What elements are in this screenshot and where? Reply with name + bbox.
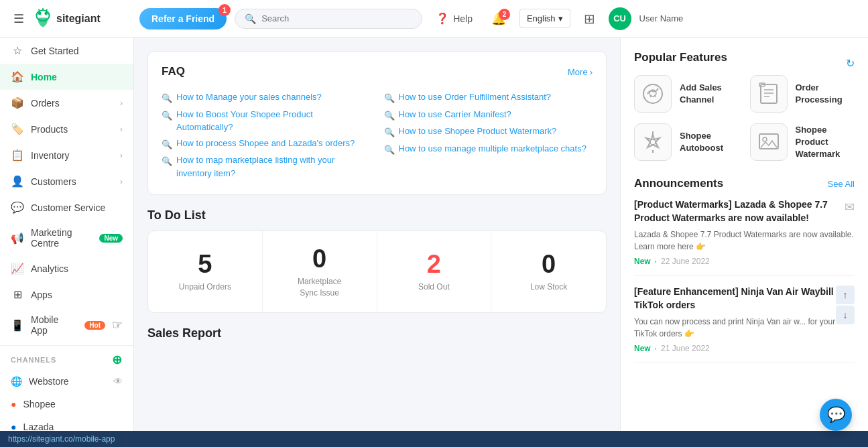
- ann-date: 21 June 2022: [661, 344, 710, 353]
- search-icon: 🔍: [384, 143, 395, 157]
- sidebar-item-shopee[interactable]: ● Shopee: [0, 393, 133, 416]
- feature-shopee-watermark[interactable]: ShopeeProductWatermark: [750, 123, 855, 161]
- svg-point-2: [44, 11, 48, 15]
- announcement-item: [Product Watermarks] Lazada & Shopee 7.7…: [634, 198, 855, 276]
- scroll-up-button[interactable]: ↑: [836, 285, 855, 304]
- sidebar-item-analytics[interactable]: 📈 Analytics: [0, 255, 133, 281]
- mouse-cursor-icon: ☞: [112, 318, 123, 332]
- marketing-icon: 📢: [11, 232, 24, 245]
- todo-unpaid-orders[interactable]: 5 Unpaid Orders: [148, 231, 263, 312]
- svg-rect-8: [761, 84, 777, 103]
- todo-label: MarketplaceSync Issue: [298, 276, 341, 299]
- todo-sold-out[interactable]: 2 Sold Out: [377, 231, 492, 312]
- channels-label: CHANNELS ⊕: [0, 346, 133, 370]
- add-channel-icon[interactable]: ⊕: [112, 353, 123, 367]
- refresh-icon[interactable]: ↻: [846, 57, 855, 70]
- sidebar-item-customer-service[interactable]: 💬 Customer Service: [0, 194, 133, 220]
- todo-number: 2: [427, 250, 441, 279]
- home-icon: 🏠: [11, 70, 24, 83]
- scroll-down-button[interactable]: ↓: [836, 306, 855, 324]
- faq-item[interactable]: 🔍 How to map marketplace listing with yo…: [162, 152, 371, 181]
- feature-label: ShopeeProductWatermark: [796, 124, 841, 161]
- chevron-icon: ›: [120, 125, 123, 134]
- customers-icon: 👤: [11, 175, 24, 188]
- user-name[interactable]: User Name: [639, 13, 684, 23]
- autoboost-svg: [639, 129, 666, 155]
- todo-grid: 5 Unpaid Orders 0 MarketplaceSync Issue …: [147, 231, 607, 313]
- todo-label: Unpaid Orders: [179, 281, 231, 293]
- faq-item[interactable]: 🔍 How to use Carrier Manifest?: [384, 107, 593, 124]
- todo-number: 5: [198, 250, 212, 279]
- help-icon: ❓: [436, 12, 449, 25]
- tooltip-bar: https://sitegiant.co/mobile-app: [0, 431, 868, 447]
- faq-item[interactable]: 🔍 How to process Shopee and Lazada's ord…: [162, 135, 371, 153]
- svg-point-6: [643, 84, 662, 103]
- eye-icon[interactable]: 👁: [113, 376, 123, 387]
- search-icon: 🔍: [384, 126, 395, 139]
- chat-button[interactable]: 💬: [820, 399, 852, 431]
- hamburger-button[interactable]: ☰: [11, 9, 27, 29]
- faq-item[interactable]: 🔍 How to use Shopee Product Watermark?: [384, 123, 593, 141]
- sidebar-item-webstore[interactable]: 🌐 Webstore 👁: [0, 370, 133, 393]
- faq-item[interactable]: 🔍 How to Manage your sales channels?: [162, 89, 371, 107]
- search-icon: 🔍: [162, 138, 172, 151]
- feature-add-sales-channel[interactable]: Add SalesChannel: [634, 75, 739, 113]
- arrow-right-icon: ›: [590, 67, 593, 77]
- sidebar-item-customers[interactable]: 👤 Customers ›: [0, 168, 133, 194]
- notifications-button[interactable]: 🔔 2: [486, 11, 511, 26]
- sidebar-item-get-started[interactable]: ☆ Get Started: [0, 38, 133, 64]
- sidebar-item-home[interactable]: 🏠 Home: [0, 64, 133, 90]
- sidebar-item-orders[interactable]: 📦 Orders ›: [0, 90, 133, 116]
- scroll-controls: ↑ ↓: [836, 285, 855, 324]
- svg-point-13: [650, 139, 656, 145]
- sidebar-item-products[interactable]: 🏷️ Products ›: [0, 116, 133, 142]
- order-processing-svg: [755, 80, 782, 107]
- popular-features-title: Popular Features: [634, 51, 727, 64]
- ann-title: [Product Watermarks] Lazada & Shopee 7.7…: [634, 198, 855, 225]
- sidebar-item-apps[interactable]: ⊞ Apps: [0, 281, 133, 308]
- search-icon: 🔍: [384, 109, 395, 123]
- faq-more-link[interactable]: More ›: [568, 67, 593, 77]
- features-header: Popular Features ↻: [634, 51, 855, 75]
- faq-item[interactable]: 🔍 How to use manage multiple marketplace…: [384, 141, 593, 158]
- faq-header: FAQ More ›: [162, 65, 593, 78]
- todo-number: 0: [312, 245, 326, 273]
- announcement-item: [Feature Enhancement] Ninja Van Air Wayb…: [634, 285, 855, 363]
- faq-grid: 🔍 How to Manage your sales channels? 🔍 H…: [162, 89, 593, 181]
- feature-order-processing[interactable]: OrderProcessing: [750, 75, 855, 113]
- help-button[interactable]: ❓ Help: [430, 12, 478, 25]
- svg-rect-16: [759, 134, 778, 149]
- search-icon: 🔍: [162, 92, 172, 105]
- todo-marketplace-sync[interactable]: 0 MarketplaceSync Issue: [263, 231, 377, 312]
- shopee-watermark-icon: [750, 123, 788, 161]
- sidebar: ☆ Get Started 🏠 Home 📦 Orders › 🏷️ Produ…: [0, 38, 134, 431]
- chevron-down-icon: ▾: [558, 13, 563, 23]
- todo-low-stock[interactable]: 0 Low Stock: [491, 231, 606, 312]
- logo-icon: [32, 8, 54, 29]
- customer-service-icon: 💬: [11, 201, 24, 214]
- faq-item[interactable]: 🔍 How to use Order Fulfillment Assistant…: [384, 89, 593, 107]
- refer-friend-button[interactable]: Refer a Friend 1: [139, 8, 227, 29]
- mobile-icon: 📱: [11, 319, 24, 332]
- feature-shopee-autoboost[interactable]: ShopeeAutoboost: [634, 123, 739, 161]
- see-all-link[interactable]: See All: [828, 179, 855, 189]
- sidebar-item-mobile-app[interactable]: 📱 Mobile App Hot ☞: [0, 308, 133, 342]
- sidebar-item-inventory[interactable]: 📋 Inventory ›: [0, 142, 133, 168]
- search-icon: 🔍: [162, 109, 172, 123]
- sidebar-item-lazada[interactable]: ● Lazada: [0, 416, 133, 431]
- sidebar-item-marketing-centre[interactable]: 📢 Marketing Centre New: [0, 220, 133, 255]
- products-icon: 🏷️: [11, 123, 24, 135]
- ann-dot: ·: [655, 344, 657, 353]
- lazada-icon: ●: [11, 422, 16, 431]
- search-input[interactable]: [261, 13, 412, 23]
- ann-title: [Feature Enhancement] Ninja Van Air Wayb…: [634, 285, 855, 312]
- ann-meta: New · 22 June 2022: [634, 257, 855, 266]
- sales-report-title: Sales Report: [147, 326, 607, 340]
- language-selector[interactable]: English ▾: [519, 9, 570, 28]
- avatar[interactable]: CU: [609, 7, 631, 30]
- faq-item[interactable]: 🔍 How to Boost Your Shopee Product Autom…: [162, 107, 371, 135]
- chat-icon: 💬: [827, 406, 845, 424]
- announcements-section: Announcements See All [Product Watermark…: [634, 177, 855, 363]
- layout-icon[interactable]: ⊞: [578, 11, 601, 27]
- topnav: ☰ sitegiant Refer a Friend 1 🔍 ❓ Help 🔔: [0, 0, 868, 38]
